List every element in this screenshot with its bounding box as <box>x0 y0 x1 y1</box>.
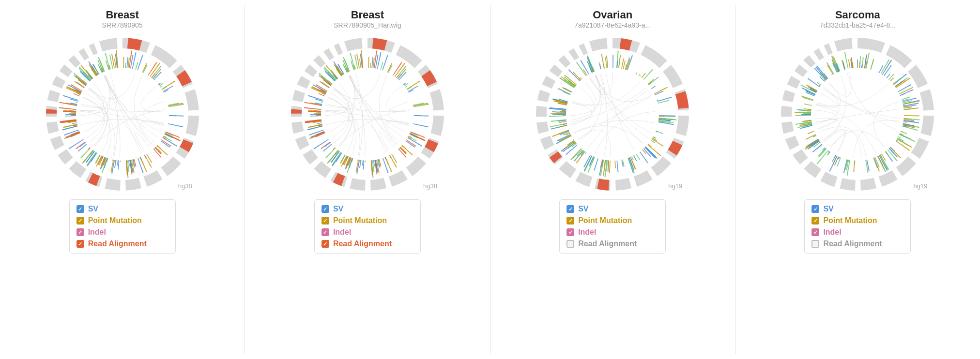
checkbox-point-mutation[interactable]: ✓ <box>567 217 574 224</box>
legend-item[interactable]: ✓Point Mutation <box>77 216 168 225</box>
legend-item[interactable]: ✓Point Mutation <box>567 216 658 225</box>
legend-label: SV <box>88 205 98 213</box>
legend-label: Point Mutation <box>333 216 387 225</box>
legend-label: Read Alignment <box>333 239 392 248</box>
circos-diagram: hg19 <box>775 32 940 196</box>
circos-diagram: hg38 <box>40 32 205 196</box>
panel-subtitle: SRR7890905_Hartwig <box>334 21 401 29</box>
checkbox-indel[interactable]: ✓ <box>812 228 819 236</box>
legend-item[interactable]: ✓Indel <box>77 228 168 237</box>
panel-subtitle: 7a921087-8e62-4a93-a... <box>574 21 651 29</box>
legend-item[interactable]: ✓Read Alignment <box>77 239 168 248</box>
checkbox-read-alignment[interactable]: ✓ <box>322 240 329 248</box>
panel-sarcoma: Sarcoma7d332cb1-ba25-47e4-8... hg19✓SV✓P… <box>735 5 980 354</box>
panel-breast2: BreastSRR7890905_Hartwig hg38✓SV✓Point M… <box>245 5 490 354</box>
panel-subtitle: 7d332cb1-ba25-47e4-8... <box>820 21 896 29</box>
panel-subtitle: SRR7890905 <box>102 21 143 29</box>
legend-item[interactable]: Read Alignment <box>567 239 658 248</box>
genome-label: hg19 <box>668 182 682 190</box>
checkbox-indel[interactable]: ✓ <box>77 228 84 236</box>
legend-label: Indel <box>88 228 106 237</box>
legend-item[interactable]: ✓SV <box>77 205 168 213</box>
checkbox-indel[interactable]: ✓ <box>322 228 329 236</box>
legend-label: Read Alignment <box>823 239 882 248</box>
genome-label: hg19 <box>913 182 927 190</box>
checkbox-point-mutation[interactable]: ✓ <box>812 217 819 224</box>
checkbox-sv[interactable]: ✓ <box>567 205 574 213</box>
legend-label: Indel <box>333 228 351 237</box>
legend-item[interactable]: ✓Indel <box>322 228 413 237</box>
legend-box: ✓SV✓Point Mutation✓Indel✓Read Alignment <box>69 199 176 254</box>
legend-item[interactable]: ✓Point Mutation <box>812 216 903 225</box>
panel-title: Breast <box>351 9 384 21</box>
legend-item[interactable]: ✓SV <box>567 205 658 213</box>
legend-label: SV <box>333 205 343 213</box>
legend-item[interactable]: ✓SV <box>812 205 903 213</box>
checkbox-point-mutation[interactable]: ✓ <box>77 217 84 224</box>
main-container: BreastSRR7890905 hg38✓SV✓Point Mutation✓… <box>0 0 980 359</box>
legend-item[interactable]: ✓Read Alignment <box>322 239 413 248</box>
legend-label: Indel <box>823 228 841 237</box>
legend-label: Indel <box>578 228 596 237</box>
legend-label: Point Mutation <box>578 216 632 225</box>
checkbox-sv[interactable]: ✓ <box>77 205 84 213</box>
genome-label: hg38 <box>178 182 192 190</box>
legend-box: ✓SV✓Point Mutation✓IndelRead Alignment <box>559 199 666 254</box>
legend-item[interactable]: ✓Indel <box>567 228 658 237</box>
panel-title: Breast <box>106 9 138 21</box>
circos-diagram: hg38 <box>285 32 450 196</box>
legend-label: SV <box>823 205 833 213</box>
checkbox-read-alignment[interactable] <box>812 240 819 248</box>
legend-label: Read Alignment <box>88 239 147 248</box>
checkbox-read-alignment[interactable]: ✓ <box>77 240 84 248</box>
legend-box: ✓SV✓Point Mutation✓IndelRead Alignment <box>804 199 911 254</box>
panel-title: Sarcoma <box>835 9 880 21</box>
legend-label: Point Mutation <box>823 216 877 225</box>
circos-diagram: hg19 <box>530 32 695 196</box>
legend-item[interactable]: ✓SV <box>322 205 413 213</box>
legend-label: Point Mutation <box>88 216 142 225</box>
checkbox-sv[interactable]: ✓ <box>322 205 329 213</box>
genome-label: hg38 <box>423 182 437 190</box>
panel-ovarian: Ovarian7a921087-8e62-4a93-a... hg19✓SV✓P… <box>490 5 735 354</box>
legend-item[interactable]: Read Alignment <box>812 239 903 248</box>
legend-label: Read Alignment <box>578 239 637 248</box>
checkbox-read-alignment[interactable] <box>567 240 574 248</box>
legend-box: ✓SV✓Point Mutation✓Indel✓Read Alignment <box>314 199 421 254</box>
checkbox-indel[interactable]: ✓ <box>567 228 574 236</box>
legend-item[interactable]: ✓Point Mutation <box>322 216 413 225</box>
legend-label: SV <box>578 205 588 213</box>
legend-item[interactable]: ✓Indel <box>812 228 903 237</box>
checkbox-sv[interactable]: ✓ <box>812 205 819 213</box>
panel-breast1: BreastSRR7890905 hg38✓SV✓Point Mutation✓… <box>0 5 245 354</box>
panel-title: Ovarian <box>593 9 632 21</box>
checkbox-point-mutation[interactable]: ✓ <box>322 217 329 224</box>
